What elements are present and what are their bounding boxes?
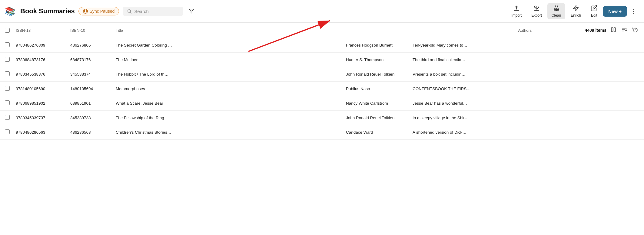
history-button[interactable] — [631, 26, 639, 35]
table-header: ISBN-13 ISBN-10 Title Authors 4409 items — [0, 23, 644, 38]
search-placeholder: Search — [134, 9, 149, 14]
table-header-right: 4409 items — [585, 26, 639, 35]
table-row[interactable]: 9780345339737 345339738 The Fellowship o… — [0, 111, 644, 125]
cell-authors-1: Hunter S. Thompson — [346, 57, 413, 62]
cell-isbn13-3: 9781480105690 — [16, 86, 70, 91]
cell-desc-3: CONTENTSBOOK THE FIRS… — [413, 86, 639, 91]
edit-icon — [591, 5, 597, 12]
sync-paused-label: Sync Paused — [90, 9, 115, 14]
header-authors: Authors — [518, 28, 585, 33]
svg-rect-8 — [614, 28, 616, 32]
app-logo: 📚 — [5, 6, 15, 16]
select-all-checkbox[interactable] — [5, 28, 10, 33]
cell-isbn10-6: 486286568 — [70, 130, 116, 135]
cell-authors-3: Publius Naso — [346, 86, 413, 91]
row-check-1 — [5, 57, 16, 63]
sync-paused-button[interactable]: Sync Paused — [78, 7, 119, 15]
cell-authors-4: Nancy White Carlstrom — [346, 101, 413, 106]
row-checkbox-4[interactable] — [5, 100, 10, 105]
row-checkbox-6[interactable] — [5, 129, 10, 134]
cell-title-5: The Fellowship of the Ring — [116, 116, 346, 120]
table-row[interactable]: 9780689851902 689851901 What a Scare, Je… — [0, 96, 644, 111]
header-isbn13: ISBN-13 — [16, 28, 70, 33]
edit-label: Edit — [591, 13, 597, 18]
svg-rect-7 — [611, 28, 613, 32]
cell-isbn10-2: 345538374 — [70, 72, 116, 77]
enrich-icon — [573, 5, 579, 12]
row-check-2 — [5, 71, 16, 77]
table-row[interactable]: 9780486276809 486276805 The Secret Garde… — [0, 38, 644, 53]
cell-isbn13-5: 9780345339737 — [16, 116, 70, 120]
search-icon — [127, 9, 132, 14]
cell-desc-5: In a sleepy village in the Shir… — [413, 116, 639, 120]
import-icon — [513, 5, 520, 12]
cell-desc-6: A shortened version of Dick… — [413, 130, 639, 135]
cell-isbn10-1: 684873176 — [70, 57, 116, 62]
import-button[interactable]: Import — [507, 3, 526, 19]
cell-isbn10-4: 689851901 — [70, 101, 116, 106]
cell-isbn13-1: 9780684873176 — [16, 57, 70, 62]
header-title: Title — [116, 28, 518, 33]
enrich-button[interactable]: Enrich — [566, 3, 585, 19]
cell-title-4: What a Scare, Jesse Bear — [116, 101, 346, 106]
cell-authors-5: John Ronald Reuel Tolkien — [346, 116, 413, 120]
clean-button[interactable]: Clean — [547, 3, 565, 19]
columns-toggle-button[interactable] — [609, 26, 617, 35]
cell-isbn13-0: 9780486276809 — [16, 43, 70, 47]
row-check-3 — [5, 86, 16, 92]
export-button[interactable]: Export — [527, 3, 546, 19]
cell-desc-1: The third and final collectio… — [413, 57, 639, 62]
toolbar-actions: Import Export — [507, 3, 639, 19]
cell-desc-2: Presents a box set includin… — [413, 72, 639, 77]
table-body: 9780486276809 486276805 The Secret Garde… — [0, 38, 644, 140]
header-check-col — [5, 28, 16, 33]
svg-marker-2 — [189, 9, 194, 13]
svg-marker-4 — [573, 5, 579, 11]
more-icon: ⋮ — [631, 8, 637, 15]
table-row[interactable]: 9780684873176 684873176 The Mutineer Hun… — [0, 53, 644, 67]
row-check-4 — [5, 100, 16, 106]
more-button[interactable]: ⋮ — [628, 6, 639, 17]
export-icon — [533, 5, 540, 12]
sort-button[interactable] — [620, 26, 628, 35]
row-check-6 — [5, 129, 16, 135]
cell-isbn13-2: 9780345538376 — [16, 72, 70, 77]
cell-authors-2: John Ronald Reuel Tolkien — [346, 72, 413, 77]
edit-button[interactable]: Edit — [586, 3, 602, 19]
row-checkbox-5[interactable] — [5, 115, 10, 120]
enrich-label: Enrich — [571, 13, 581, 18]
table-row[interactable]: 9780345538376 345538374 The Hobbit / The… — [0, 67, 644, 82]
items-count: 4409 items — [585, 28, 606, 33]
cell-desc-0: Ten-year-old Mary comes to… — [413, 43, 639, 47]
pause-icon — [83, 9, 88, 14]
sort-icon — [622, 27, 627, 32]
header-isbn10: ISBN-10 — [70, 28, 116, 33]
filter-icon — [189, 8, 194, 14]
row-checkbox-0[interactable] — [5, 42, 10, 47]
row-checkbox-2[interactable] — [5, 71, 10, 76]
cell-isbn10-0: 486276805 — [70, 43, 116, 47]
new-button[interactable]: New + — [603, 6, 627, 17]
table-row[interactable]: 9780486286563 486286568 Children's Chris… — [0, 125, 644, 140]
export-label: Export — [531, 13, 542, 18]
cell-isbn13-4: 9780689851902 — [16, 101, 70, 106]
search-box[interactable]: Search — [123, 7, 183, 16]
table-row[interactable]: 9781480105690 1480105694 Metamorphoses P… — [0, 82, 644, 96]
cell-isbn10-3: 1480105694 — [70, 86, 116, 91]
main-header: 📚 Book Summaries Sync Paused Search — [0, 0, 644, 23]
cell-authors-0: Frances Hodgson Burnett — [346, 43, 413, 47]
filter-button[interactable] — [187, 7, 196, 16]
import-label: Import — [511, 13, 522, 18]
cell-desc-4: Jesse Bear has a wonderful… — [413, 101, 639, 106]
page-title: Book Summaries — [20, 7, 75, 15]
cell-title-0: The Secret Garden Coloring … — [116, 43, 346, 47]
cell-isbn10-5: 345339738 — [70, 116, 116, 120]
cell-title-2: The Hobbit / The Lord of th… — [116, 72, 346, 77]
history-icon — [632, 27, 638, 32]
cell-authors-6: Candace Ward — [346, 130, 413, 135]
cell-title-1: The Mutineer — [116, 57, 346, 62]
row-check-5 — [5, 115, 16, 121]
row-checkbox-3[interactable] — [5, 86, 10, 91]
row-checkbox-1[interactable] — [5, 57, 10, 62]
cell-title-3: Metamorphoses — [116, 86, 346, 91]
